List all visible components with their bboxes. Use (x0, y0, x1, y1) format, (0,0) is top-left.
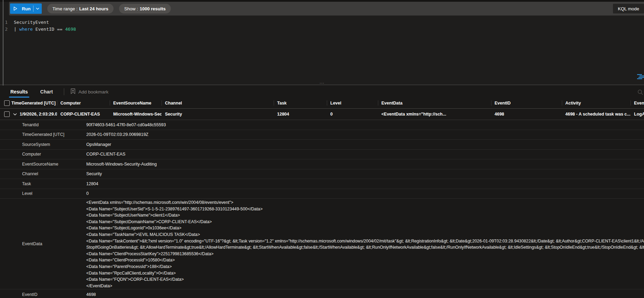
add-bookmark-label: Add bookmark (78, 89, 108, 95)
results-tabs-row: Results Chart Add bookmark (0, 86, 644, 98)
column-header-computer[interactable]: Computer (57, 98, 110, 108)
column-header-event[interactable]: Event (631, 98, 644, 108)
time-range-label: Time range : (52, 6, 78, 11)
column-header-eventid[interactable]: EventID (491, 98, 562, 108)
detail-row-task: Task 12804 (0, 179, 644, 189)
column-header-eventdata[interactable]: EventData (378, 98, 491, 108)
pane-splitter-grip[interactable]: ... (0, 80, 644, 84)
results-table-header: TimeGenerated [UTC] ↑↓ Computer EventSou… (0, 98, 644, 109)
row-cell-channel: Security (162, 109, 274, 120)
bookmark-icon (70, 88, 76, 95)
run-button[interactable]: Run (10, 3, 42, 14)
detail-row-level: Level 0 (0, 189, 644, 199)
run-button-label: Run (19, 6, 33, 11)
kql-mode-toggle[interactable]: KQL mode (613, 4, 644, 13)
show-results-value: 1000 results (140, 6, 166, 11)
code-text-table: SecurityEvent (14, 19, 49, 26)
column-header-eventsourcename[interactable]: EventSourceName (110, 98, 162, 108)
tab-results[interactable]: Results (9, 86, 29, 98)
header-checkbox-cell (0, 98, 11, 108)
expanded-row-details: TenantId 90f74603-5461-47f0-8e07-cd0a48c… (0, 120, 644, 298)
row-cell-level: 0 (327, 109, 378, 120)
column-header-timegenerated[interactable]: TimeGenerated [UTC] ↑↓ (11, 98, 57, 108)
code-field-eventid: EventID (33, 26, 57, 33)
editor-scrollbar[interactable] (3, 0, 3, 86)
row-cell-eventdata: <EventData xmlns="http://sch... (378, 109, 491, 120)
tabs-divider (64, 88, 64, 95)
search-icon[interactable] (637, 89, 643, 97)
detail-row-sourcesystem: SourceSystem OpsManager (0, 140, 644, 150)
row-checkbox[interactable] (4, 111, 10, 117)
log-analytics-query-window: Run Time range : Last 24 hours Show : 10… (0, 0, 644, 298)
detail-row-tenantid: TenantId 90f74603-5461-47f0-8e07-cd0a48c… (0, 120, 644, 130)
row-expand-chevron[interactable] (13, 113, 17, 116)
time-range-value: Last 24 hours (79, 6, 109, 11)
code-operator: == (57, 26, 65, 33)
code-keyword-where: where (19, 26, 33, 33)
query-editor-pane[interactable]: Run Time range : Last 24 hours Show : 10… (0, 0, 644, 85)
eventdata-xml-block: <EventData xmlns="http://schemas.microso… (86, 199, 644, 289)
column-header-channel[interactable]: Channel (162, 98, 274, 108)
kql-code-area[interactable]: 1 SecurityEvent 2 | where EventID == 469… (0, 19, 644, 33)
detail-row-computer: Computer CORP-CLIENT-EAS (0, 150, 644, 160)
kql-mode-label: KQL mode (618, 6, 639, 11)
detail-row-eventid: EventID 4698 (0, 289, 644, 298)
detail-row-channel: Channel Security (0, 169, 644, 179)
results-pane: Results Chart Add bookmark (0, 86, 644, 298)
tab-chart[interactable]: Chart (39, 86, 55, 98)
column-header-level[interactable]: Level (327, 98, 378, 108)
detail-row-eventdata: EventData <EventData xmlns="http://schem… (0, 199, 644, 289)
row-cell-activity: 4698 - A scheduled task was c... (562, 109, 631, 120)
column-header-activity[interactable]: Activity (562, 98, 631, 108)
add-bookmark-button[interactable]: Add bookmark (70, 88, 108, 95)
query-lines-icon[interactable] (637, 74, 644, 81)
row-cell-computer: CORP-CLIENT-EAS (57, 109, 110, 120)
row-cell-task: 12804 (274, 109, 327, 120)
show-results-picker[interactable]: Show : 1000 results (119, 4, 171, 13)
code-number-4698: 4698 (65, 26, 76, 33)
play-icon (13, 7, 17, 11)
row-cell-event: LogA (631, 109, 644, 120)
row-cell-eventid: 4698 (491, 109, 562, 120)
code-line-2: 2 | where EventID == 4698 (0, 26, 644, 33)
row-cell-eventsourcename: Microsoft-Windows-Security-... (110, 109, 162, 120)
row-checkbox-cell (0, 109, 11, 120)
show-results-label: Show : (124, 6, 138, 11)
line-number-2: 2 (0, 26, 14, 33)
time-range-picker[interactable]: Time range : Last 24 hours (47, 4, 114, 13)
select-all-checkbox[interactable] (4, 100, 10, 106)
column-header-task[interactable]: Task (274, 98, 327, 108)
run-dropdown-chevron[interactable] (33, 8, 42, 10)
detail-row-eventsourcename: EventSourceName Microsoft-Windows-Securi… (0, 159, 644, 169)
table-row[interactable]: 1/9/2026, 2:03:29.006 AM CORP-CLIENT-EAS… (0, 109, 644, 120)
code-pipe: | (14, 26, 19, 33)
line-number-1: 1 (0, 19, 14, 26)
detail-row-timegenerated: TimeGenerated [UTC] 2026-01-09T02:03:29.… (0, 130, 644, 140)
code-line-1: 1 SecurityEvent (0, 19, 644, 26)
row-cell-timegenerated: 1/9/2026, 2:03:29.006 AM (11, 109, 57, 120)
query-toolbar: Run Time range : Last 24 hours Show : 10… (9, 2, 644, 16)
